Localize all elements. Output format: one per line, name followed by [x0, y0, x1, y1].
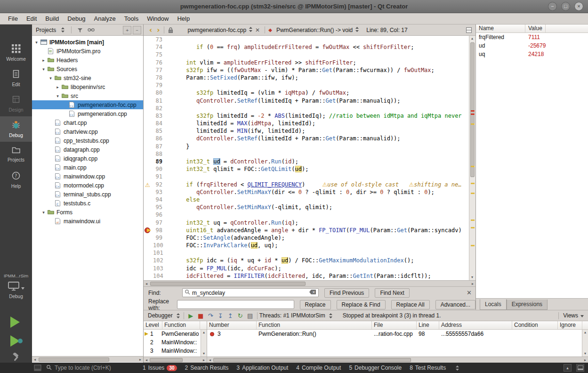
expand-arrow-icon[interactable]: ▾	[48, 76, 54, 81]
locals-col-name[interactable]: Name	[476, 24, 525, 32]
editor-margin[interactable]	[144, 165, 153, 173]
expand-arrow-icon[interactable]: ▾	[33, 40, 40, 45]
code-line-101[interactable]: 101	[144, 249, 475, 257]
projects-pane-selector[interactable]: Projects	[36, 27, 56, 33]
pane-button-compile-output[interactable]: 4Compile Output	[296, 365, 341, 371]
find-previous-button[interactable]: Find Previous	[324, 288, 369, 298]
close-find-icon[interactable]: ✕	[467, 289, 472, 296]
editor-margin[interactable]	[144, 265, 153, 272]
stack-col-function[interactable]: Function	[162, 321, 200, 329]
toggle-sidebar-icon[interactable]	[576, 364, 584, 372]
code-line-84[interactable]: 84 limitedId = MAX(idMtpa, limitedId);	[144, 120, 475, 127]
locals-row-frqfiltered[interactable]: frqFiltered7111	[476, 33, 588, 41]
menu-edit[interactable]: Edit	[22, 13, 41, 24]
tree-item-datagraph-cpp[interactable]: C++datagraph.cpp	[32, 145, 143, 154]
editor-margin[interactable]	[144, 59, 153, 66]
find-next-button[interactable]: Find Next	[375, 288, 409, 298]
restart-icon[interactable]: ↻	[235, 312, 245, 319]
split-editor-icon[interactable]	[466, 27, 472, 33]
code-line-95[interactable]: 95 qController.SetMinMaxY(-qlimit, qlimi…	[144, 203, 475, 211]
tree-item-ipmmotorsim-main[interactable]: ▾IPMMotorSim [main]	[32, 38, 143, 47]
locals-col-value[interactable]: Value	[525, 24, 546, 32]
tree-item-main-cpp[interactable]: C++main.cpp	[32, 163, 143, 172]
tree-item-src[interactable]: ▾src	[32, 91, 143, 100]
run-button[interactable]	[10, 316, 20, 328]
open-document-dropdown[interactable]: pwmgeneration-foc.cpp	[187, 27, 252, 33]
code-line-79[interactable]: 79	[144, 81, 475, 89]
editor-margin[interactable]	[144, 211, 153, 219]
start-debugging-button[interactable]	[10, 335, 20, 347]
sync-with-editor-icon[interactable]	[87, 26, 95, 34]
titlebar[interactable]: pwmgeneration-foc.cpp (stm32-sine/src @ …	[0, 0, 588, 13]
back-icon[interactable]: ‹	[147, 26, 154, 34]
pane-button-debugger-console[interactable]: 5Debugger Console	[349, 365, 402, 371]
code-line-103[interactable]: 103 idc = FP_MUL(idc, dcCurFac);	[144, 265, 475, 272]
locals-row-uq[interactable]: uq24218	[476, 50, 588, 58]
expand-arrow-icon[interactable]: ▾	[40, 67, 47, 72]
expand-arrow-icon[interactable]: ▸	[55, 85, 61, 89]
bp-col-number[interactable]: Number	[207, 321, 257, 329]
threads-dropdown[interactable]: Threads: #1 IPMMotorSim	[259, 312, 325, 319]
stack-frame-3[interactable]: 3MainWindow::	[144, 347, 207, 355]
continue-icon[interactable]: ▶	[186, 312, 196, 319]
stack-frame-2[interactable]: 2MainWindow::	[144, 338, 207, 347]
tab-expressions[interactable]: Expressions	[507, 300, 548, 310]
pane-button-application-output[interactable]: 3Application Output	[237, 365, 289, 371]
mode-edit[interactable]: Edit	[0, 65, 32, 91]
stop-debugger-icon[interactable]: ■	[196, 312, 206, 319]
editor-margin[interactable]	[144, 203, 153, 211]
code-line-77[interactable]: 77 s32fp ifw = ((fwOutMax - vlim) * Para…	[144, 66, 475, 74]
editor-vscrollbar[interactable]: ▴▾	[469, 36, 475, 280]
step-over-icon[interactable]: ↷	[206, 312, 216, 319]
filter-icon[interactable]	[76, 26, 84, 34]
bp-col-ignore[interactable]: Ignore	[558, 321, 582, 329]
mode-debug[interactable]: Debug	[0, 116, 32, 142]
editor-margin[interactable]	[144, 173, 153, 180]
stack-frame-1[interactable]: 1PwmGeneratio	[144, 330, 207, 338]
menu-tools[interactable]: Tools	[120, 13, 143, 24]
editor-margin[interactable]	[144, 105, 153, 112]
code-line-73[interactable]: 73	[144, 36, 475, 43]
tree-item-chartview-cpp[interactable]: C++chartview.cpp	[32, 127, 143, 136]
menu-debug[interactable]: Debug	[63, 13, 89, 24]
editor-margin[interactable]	[144, 66, 153, 74]
updown-arrows-icon[interactable]	[175, 313, 182, 318]
editor-margin[interactable]	[144, 158, 153, 165]
tree-item-forms[interactable]: ▾Forms	[32, 208, 143, 217]
editor-margin[interactable]	[144, 143, 153, 150]
mode-projects[interactable]: Projects	[0, 142, 32, 167]
editor-margin[interactable]	[144, 51, 153, 58]
editor-margin[interactable]	[144, 242, 153, 249]
editor-margin[interactable]	[144, 120, 153, 127]
code-line-81[interactable]: 81 qController.SetRef(limitedIq + Param:…	[144, 97, 475, 105]
step-into-icon[interactable]: ↧	[216, 312, 226, 319]
editor-margin[interactable]	[144, 196, 153, 203]
editor-margin[interactable]	[144, 89, 153, 97]
code-line-98[interactable]: 98 uint16_t advancedAngle = angle + dir …	[144, 227, 475, 234]
breakpoints-hscrollbar[interactable]: ◂▸	[207, 357, 588, 363]
tree-item-idiqgraph-cpp[interactable]: C++idiqgraph.cpp	[32, 154, 143, 163]
forward-icon[interactable]: ›	[154, 26, 162, 34]
pane-button-issues[interactable]: 1Issues30	[143, 365, 177, 371]
bp-col-function[interactable]: Function	[257, 321, 372, 329]
editor-margin[interactable]	[144, 74, 153, 81]
tree-item-teststubs-c[interactable]: Cteststubs.c	[32, 199, 143, 208]
editor-margin[interactable]	[144, 272, 153, 280]
replace-input[interactable]	[179, 301, 291, 308]
tree-item-mainwindow-cpp[interactable]: C++mainwindow.cpp	[32, 172, 143, 181]
pane-button-test-results[interactable]: 8Test Results	[410, 365, 446, 371]
menu-analyze[interactable]: Analyze	[90, 13, 120, 24]
code-line-99[interactable]: 99 FOC::SetAngle(advancedAngle);	[144, 234, 475, 242]
editor-margin[interactable]	[144, 234, 153, 242]
expand-arrow-icon[interactable]: ▾	[40, 210, 47, 215]
debugger-label[interactable]: Debugger	[148, 312, 173, 319]
code-line-76[interactable]: 76 int vlim = amplitudeErrFiltered >> sh…	[144, 59, 475, 66]
maximize-button[interactable]: □	[561, 2, 570, 11]
tree-item-ipmmotorsim-pro[interactable]: IPMMotorSim.pro	[32, 47, 143, 56]
step-out-icon[interactable]: ↥	[226, 312, 235, 319]
views-dropdown[interactable]: Views	[556, 312, 584, 319]
code-line-100[interactable]: 100 FOC::InvParkClarke(ud, uq);	[144, 242, 475, 249]
tree-item-stm32-sine[interactable]: ▾stm32-sine	[32, 73, 143, 82]
code-line-97[interactable]: 97 int32_t uq = qController.Run(iq);	[144, 219, 475, 227]
editor-margin[interactable]	[144, 43, 153, 51]
